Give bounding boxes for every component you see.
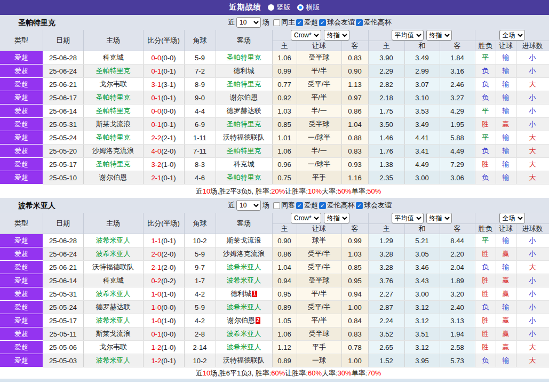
- final-index-select-2[interactable]: 终指: [426, 30, 452, 41]
- radio-icon-vertical[interactable]: [268, 4, 274, 11]
- crow-home-odds: 0.96: [272, 158, 297, 171]
- halftime-score: (0-0): [161, 330, 176, 338]
- average-select[interactable]: 平均值: [392, 213, 424, 223]
- summary-segment: 10: [203, 187, 210, 195]
- checkbox-icon[interactable]: [273, 202, 280, 209]
- full-match-select[interactable]: 全场: [499, 213, 525, 223]
- match-row: 爱超25-06-28科克城0-0(0-0)5-9圣帕特里克1.06受半球0.83…: [0, 51, 549, 65]
- layout-option-vertical[interactable]: 竖版: [268, 3, 291, 12]
- home-team-name: 圣帕特里克: [96, 93, 131, 101]
- avg-away-odds: 5.88: [440, 131, 475, 145]
- match-count-select[interactable]: 10: [236, 17, 261, 28]
- team-section-bohemians: 波希米亚人 近 10 场 同客爱超爱伦高杯球会友谊 类型 日期 主场 比分(半场…: [0, 198, 549, 379]
- crow-handicap: 受半球: [297, 274, 341, 287]
- filter-checkbox[interactable]: 爱伦高杯: [356, 18, 392, 27]
- page-title: 近期战绩: [229, 3, 261, 12]
- filter-checkbox[interactable]: 同主: [273, 18, 295, 27]
- corner-cell: 2-14: [184, 341, 216, 354]
- match-row: 爱超25-05-17波希米亚人1-0(1-0)4-2谢尔伯恩21.05平/半0.…: [0, 314, 549, 327]
- checkbox-icon[interactable]: [296, 202, 303, 209]
- result-goals: 小: [516, 301, 549, 314]
- crow-away-odds: 0.90: [341, 65, 368, 78]
- radio-icon-horizontal[interactable]: [297, 4, 304, 11]
- col-header-avg-draw: 和: [404, 41, 440, 51]
- summary-segment: 场,胜2平3负5, 胜率:: [210, 187, 271, 196]
- home-team-name: 波希米亚人: [96, 236, 131, 244]
- col-header-crow-home: 主: [272, 224, 297, 234]
- avg-away-odds: 1.84: [440, 51, 475, 65]
- checkbox-icon[interactable]: [319, 202, 326, 209]
- away-team-name: 圣帕特里克: [227, 53, 261, 61]
- league-badge: 爱超: [0, 51, 43, 65]
- layout-option-horizontal[interactable]: 横版: [297, 3, 320, 12]
- fulltime-score: 2-1: [151, 174, 161, 182]
- league-badge: 爱超: [0, 145, 43, 158]
- crow-handicap: 受平/半: [297, 247, 341, 261]
- filter-checkbox[interactable]: 球会友谊: [319, 18, 355, 27]
- league-badge: 爱超: [0, 274, 43, 287]
- crow-home-odds: 1.01: [272, 131, 297, 145]
- score-cell: 3-1(3-1): [143, 78, 184, 91]
- league-badge: 爱超: [0, 327, 43, 341]
- home-team-name: 谢尔伯恩: [99, 173, 127, 181]
- crow-handicap: 受平/半: [297, 261, 341, 274]
- avg-draw-odds: 3.53: [404, 105, 440, 118]
- average-odds-group: 平均值 终指: [368, 213, 475, 224]
- halftime-score: (0-0): [161, 54, 176, 62]
- filter-checkbox[interactable]: 爱超: [296, 201, 318, 210]
- corner-cell: 4-2: [184, 287, 216, 301]
- away-team-name: 德罗赫达联: [227, 107, 261, 115]
- filter-checkbox[interactable]: 同客: [273, 201, 295, 210]
- col-header-away: 客场: [216, 213, 272, 234]
- layout-option-vertical-label: 竖版: [277, 3, 291, 12]
- league-badge: 爱超: [0, 341, 43, 354]
- match-row: 爱超25-06-21戈尔韦联3-1(3-1)8-9圣帕特里克0.77受平/半1.…: [0, 78, 549, 91]
- filter-checkbox-label: 球会友谊: [327, 18, 355, 27]
- score-cell: 0-0(0-0): [143, 105, 184, 118]
- full-match-select[interactable]: 全场: [499, 30, 525, 41]
- corner-cell: 1-11: [184, 131, 216, 145]
- checkbox-icon[interactable]: [356, 19, 363, 26]
- away-team-name: 波希米亚人: [227, 343, 261, 351]
- avg-draw-odds: 3.07: [404, 78, 440, 91]
- filter-checkbox[interactable]: 爱伦高杯: [319, 201, 355, 210]
- home-team-cell: 科克城: [83, 274, 143, 287]
- crow-home-odds: 0.75: [272, 171, 297, 185]
- final-index-select[interactable]: 终指: [324, 30, 349, 41]
- col-header-date: 日期: [43, 30, 83, 51]
- result-handicap: 输: [496, 105, 516, 118]
- crow-company-select[interactable]: Crow*: [291, 213, 321, 223]
- average-select[interactable]: 平均值: [392, 30, 424, 41]
- result-handicap: 赢: [496, 118, 516, 131]
- crow-away-odds: 0.86: [341, 105, 368, 118]
- away-team-name: 圣帕特里克: [227, 80, 261, 88]
- avg-home-odds: 1.46: [368, 131, 404, 145]
- checkbox-icon[interactable]: [273, 19, 280, 26]
- match-filter-controls: 近 10 场 同主爱超球会友谊爱伦高杯: [228, 15, 393, 30]
- crow-company-select[interactable]: Crow*: [291, 30, 321, 41]
- filter-checkbox[interactable]: 爱超: [296, 18, 318, 27]
- checkbox-icon[interactable]: [356, 202, 363, 209]
- away-team-name: 斯莱戈流浪: [227, 236, 261, 244]
- final-index-select[interactable]: 终指: [324, 213, 349, 223]
- final-index-select-2[interactable]: 终指: [426, 213, 452, 223]
- home-team-name: 科克城: [103, 276, 124, 284]
- average-odds-group: 平均值 终指: [368, 30, 475, 41]
- col-header-crow-handicap: 让球: [297, 224, 341, 234]
- checkbox-icon[interactable]: [319, 19, 326, 26]
- team-controls-bar: 波希米亚人 近 10 场 同客爱超爱伦高杯球会友谊: [0, 198, 549, 213]
- match-date: 25-05-20: [43, 145, 83, 158]
- match-date: 25-06-21: [43, 78, 83, 91]
- score-cell: 2-0(2-0): [143, 247, 184, 261]
- checkbox-icon[interactable]: [296, 19, 303, 26]
- avg-away-odds: 4.29: [440, 105, 475, 118]
- home-team-cell: 沙姆洛克流浪: [83, 145, 143, 158]
- match-row: 爱超25-06-24圣帕特里克0-1(0-1)7-2德利城0.99平/半0.90…: [0, 65, 549, 78]
- league-badge: 爱超: [0, 78, 43, 91]
- home-team-name: 圣帕特里克: [96, 133, 131, 141]
- filter-checkbox[interactable]: 球会友谊: [356, 201, 392, 210]
- match-date: 25-06-21: [43, 261, 83, 274]
- match-count-select[interactable]: 10: [236, 200, 261, 211]
- match-row: 爱超25-06-14圣帕特里克0-0(0-0)4-4德罗赫达联1.03半/一0.…: [0, 105, 549, 118]
- league-badge: 爱超: [0, 314, 43, 327]
